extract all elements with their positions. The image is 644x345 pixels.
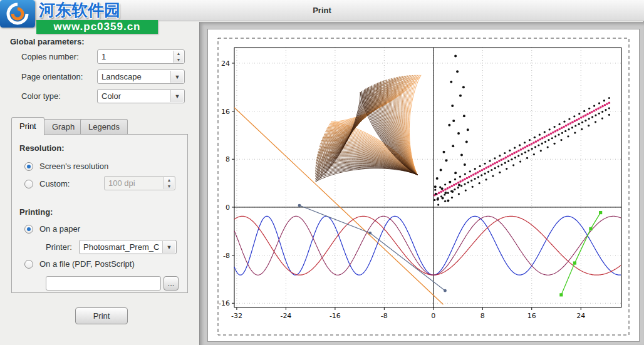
printing-heading: Printing: [19,207,53,217]
print-button[interactable]: Print [75,307,128,324]
tab-graph[interactable]: Graph [44,119,83,135]
custom-dpi-spin-wrap: ▲ ▼ [104,176,175,190]
radio-custom-resolution[interactable] [24,180,33,188]
spin-up-icon[interactable]: ▲ [174,51,184,57]
printer-combobox[interactable]: Photosmart_Prem_C ▼ [79,240,177,254]
radio-on-file[interactable] [24,260,33,269]
printer-value: Photosmart_Prem_C [80,240,176,254]
svg-text:-32: -32 [231,312,242,320]
copies-spin-buttons[interactable]: ▲ ▼ [173,51,184,63]
svg-text:-8: -8 [381,312,388,320]
svg-text:-16: -16 [330,312,341,320]
settings-panel: Global parameters: Copies number: ▲ ▼ Pa… [0,22,199,345]
custom-dpi-spin-buttons[interactable]: ▲ ▼ [164,177,174,189]
print-dialog-window: Print 河东软件园 www.pc0359.cn Global paramet… [0,0,644,345]
global-parameters-heading: Global parameters: [10,37,85,46]
watermark-text: 河东软件园 www.pc0359.cn [36,0,158,34]
spin-down-icon[interactable]: ▼ [164,183,174,190]
svg-text:8: 8 [480,312,485,320]
printer-label: Printer: [46,242,72,253]
spin-down-icon[interactable]: ▼ [174,57,184,63]
spin-up-icon[interactable]: ▲ [164,177,174,183]
svg-text:16: 16 [527,312,536,320]
svg-text:24: 24 [221,59,230,68]
watermark: 河东软件园 www.pc0359.cn [0,0,158,34]
on-file-label: On a file (PDF, PostScript) [39,259,135,270]
window-title: Print [313,6,331,15]
chevron-down-icon[interactable]: ▼ [170,71,184,83]
svg-text:-24: -24 [280,312,291,320]
svg-text:0: 0 [226,203,230,212]
copies-number-label: Copies number: [21,49,79,64]
resolution-heading: Resolution: [19,143,65,153]
svg-text:24: 24 [576,312,585,320]
screen-resolution-label: Screen's resolution [39,161,108,172]
page-orientation-combobox[interactable]: Landscape ▼ [97,70,185,84]
svg-text:-8: -8 [223,252,230,260]
plot-preview-svg: -32-24-16-8081624241680-8-16 [208,29,639,341]
color-type-combobox[interactable]: Color ▼ [97,89,185,103]
watermark-site-url: www.pc0359.cn [36,20,158,34]
color-type-label: Color type: [21,89,61,103]
custom-resolution-label: Custom: [39,178,70,190]
output-file-input[interactable] [46,276,161,291]
tab-legends[interactable]: Legends [80,119,128,135]
svg-text:16: 16 [221,108,230,116]
svg-text:0: 0 [431,312,435,320]
print-tab-pane: Resolution: Screen's resolution Custom: … [11,134,188,293]
page-orientation-label: Page orientation: [21,70,83,84]
chevron-down-icon[interactable]: ▼ [162,241,175,253]
watermark-site-name: 河东软件园 [36,0,158,20]
tab-print[interactable]: Print [11,117,44,135]
browse-file-button[interactable]: ... [164,276,179,291]
preview-page: -32-24-16-8081624241680-8-16 [207,29,640,342]
svg-text:-16: -16 [219,299,230,307]
svg-text:8: 8 [226,155,230,163]
on-paper-label: On a paper [39,224,80,235]
copies-number-spin-wrap: ▲ ▼ [97,49,185,64]
chevron-down-icon[interactable]: ▼ [170,90,184,102]
radio-on-paper[interactable] [24,225,33,234]
watermark-logo-icon [0,0,35,28]
print-preview-area: -32-24-16-8081624241680-8-16 [199,22,644,345]
radio-screen-resolution[interactable] [24,162,33,171]
